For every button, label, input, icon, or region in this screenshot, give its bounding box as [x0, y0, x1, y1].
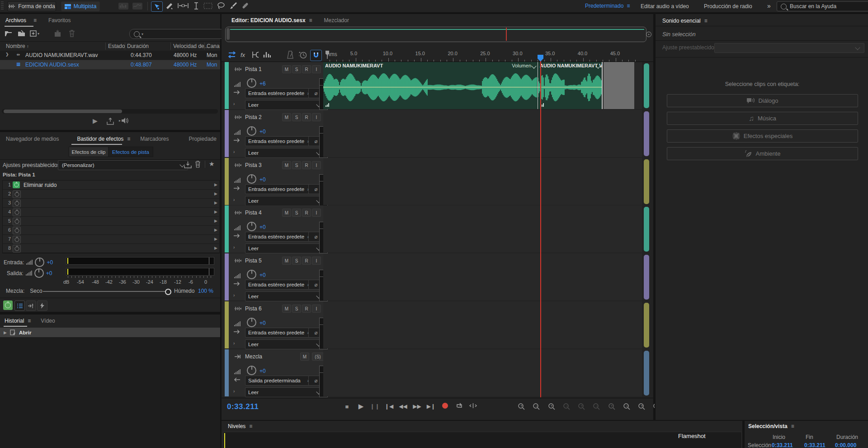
clip-volume-chevron[interactable]	[531, 63, 536, 68]
navigator-left-handle[interactable]	[226, 28, 230, 40]
track-scroll-strip[interactable]	[643, 62, 650, 397]
track-scroll-segment[interactable]	[644, 159, 649, 204]
track-input-dropdown[interactable]: Entrada estéreo predete›	[245, 232, 312, 242]
input-gain-value[interactable]: +0	[47, 259, 53, 266]
track-button-m[interactable]: M	[282, 113, 291, 121]
track-name[interactable]: Pista 3	[245, 162, 262, 168]
skip-selection-button[interactable]	[466, 403, 480, 410]
effect-power-toggle[interactable]	[13, 209, 21, 216]
tab-files[interactable]: Archivos	[5, 17, 26, 24]
selection-start-value[interactable]: 0:33.211	[772, 442, 793, 448]
track-header[interactable]: Pista 5 MSRI +0 Entrada estéreo predete›…	[229, 253, 323, 300]
history-menu-icon[interactable]: ≡	[28, 318, 31, 324]
files-loop-audition-button[interactable]: ▸	[119, 117, 129, 124]
rewind-button[interactable]: ◀◀	[396, 403, 410, 410]
workspace-edit-av[interactable]: Editar audio a vídeo	[641, 3, 689, 10]
split-clip-icon[interactable]	[251, 51, 259, 58]
track-button-r[interactable]: R	[302, 305, 311, 313]
effect-slot[interactable]: 7▶	[3, 235, 219, 244]
tab-effects-rack[interactable]: Bastidor de efectos	[77, 136, 123, 142]
metronome-icon[interactable]	[286, 51, 295, 59]
track-button-s[interactable]: S	[292, 209, 301, 217]
subtab-clip-effects[interactable]: Efectos de clip	[69, 147, 108, 157]
track-volume-value[interactable]: +0	[259, 224, 266, 230]
effect-slot-arrow-icon[interactable]: ▶	[214, 246, 217, 250]
track-header[interactable]: Mezcla M(S) +0 Salida predeterminada› ⌀ …	[229, 349, 323, 396]
track-volume-knob[interactable]	[247, 318, 256, 327]
tag-dialogue-button[interactable]: Diálogo	[667, 94, 858, 107]
tab-video[interactable]: Vídeo	[41, 318, 55, 324]
preset-list-toggle[interactable]	[14, 300, 25, 311]
track-input-dropdown[interactable]: Salida predeterminada›	[245, 376, 312, 386]
track-button-i[interactable]: I	[312, 113, 321, 121]
clip-fx-icon[interactable]: fx	[241, 52, 245, 58]
track-color-strip[interactable]	[225, 158, 229, 205]
track-name[interactable]: Pista 6	[245, 305, 262, 312]
clip-volume-label[interactable]: Volumen	[512, 63, 531, 68]
workspace-default[interactable]: Predeterminado ≡	[585, 3, 630, 9]
selection-end-value[interactable]: 0:33.211	[804, 442, 826, 448]
track-input-dropdown[interactable]: Entrada estéreo predete›	[245, 184, 312, 194]
track-button-i[interactable]: I	[312, 65, 321, 73]
track-automation-expander[interactable]: ›	[233, 293, 235, 298]
help-search-box[interactable]: Buscar en la Ayuda	[777, 1, 868, 11]
track-button-m[interactable]: M	[282, 209, 291, 217]
tag-sfx-button[interactable]: Efectos especiales	[667, 129, 858, 143]
snap-toggle-button[interactable]	[310, 50, 322, 61]
rack-power-toggle[interactable]	[3, 300, 13, 310]
waveform-view-button[interactable]: Forma de onda	[7, 1, 56, 11]
selection-view-menu-icon[interactable]: ≡	[791, 423, 794, 429]
output-gain-value[interactable]: +0	[46, 270, 52, 276]
track-automation-mode-dropdown[interactable]: Leer	[245, 387, 324, 397]
track-color-strip[interactable]	[225, 110, 229, 157]
effect-power-toggle[interactable]	[13, 236, 21, 243]
track-button-i[interactable]: I	[312, 257, 321, 265]
tab-mixer[interactable]: Mezclador	[324, 17, 349, 24]
essential-sound-menu-icon[interactable]: ≡	[704, 18, 708, 24]
track-header[interactable]: Pista 6 MSRI +0 Entrada estéreo predete›…	[229, 301, 323, 348]
track-button-r[interactable]: R	[302, 209, 311, 217]
tab-media-browser[interactable]: Navegador de medios	[6, 136, 59, 142]
track-lane[interactable]	[323, 110, 642, 157]
track-name[interactable]: Pista 1	[245, 66, 262, 72]
track-button-m[interactable]: M	[282, 305, 291, 313]
input-gain-knob[interactable]	[35, 257, 44, 267]
process-effects-button[interactable]	[37, 300, 47, 311]
track-name[interactable]: Pista 4	[245, 210, 262, 216]
play-button[interactable]: ▶	[354, 402, 368, 410]
track-name[interactable]: Mezcla	[245, 353, 262, 360]
favorite-star-icon[interactable]: ★	[209, 160, 215, 167]
track-lane[interactable]	[323, 301, 642, 348]
track-button-s[interactable]: (S)	[312, 353, 324, 361]
tag-ambience-button[interactable]: Ambiente	[667, 147, 858, 160]
track-header[interactable]: Pista 4 MSRI +0 Entrada estéreo predete›…	[229, 205, 323, 253]
track-name[interactable]: Pista 2	[245, 114, 262, 120]
track-scroll-segment[interactable]	[644, 207, 649, 252]
selection-duration-value[interactable]: 0:00.000	[835, 442, 856, 448]
file-row[interactable]: ▦EDICION AUDIO.sesx0:48.80748000 HzMon	[0, 60, 220, 70]
effect-slot[interactable]: 2▶	[3, 190, 219, 199]
tab-essential-sound[interactable]: Sonido esencial	[662, 18, 701, 24]
track-automation-mode-dropdown[interactable]: Leer	[245, 196, 324, 206]
new-content-button[interactable]: ▾	[30, 30, 39, 37]
track-automation-expander[interactable]: ›	[233, 341, 235, 346]
track-button-r[interactable]: R	[302, 257, 311, 265]
track-automation-expander[interactable]: ›	[233, 101, 235, 106]
effect-slot[interactable]: 6▶	[3, 226, 219, 235]
file-expander-icon[interactable]: ❯	[5, 52, 9, 57]
files-panel-menu-icon[interactable]: ≡	[33, 17, 37, 24]
track-volume-value[interactable]: +0	[259, 368, 266, 374]
track-scroll-segment[interactable]	[644, 111, 649, 156]
open-file-icon[interactable]	[5, 30, 13, 37]
files-export-icon[interactable]	[106, 118, 114, 125]
track-volume-knob[interactable]	[247, 126, 256, 136]
effects-rack-menu-icon[interactable]: ≡	[127, 136, 130, 142]
track-input-dropdown[interactable]: Entrada estéreo predete›	[245, 328, 312, 338]
zoom-in-icon[interactable]: +	[518, 403, 528, 410]
track-color-strip[interactable]	[225, 62, 229, 109]
files-search-box[interactable]: ▾	[129, 29, 226, 39]
track-color-strip[interactable]	[225, 349, 229, 396]
effect-power-toggle[interactable]	[13, 200, 21, 207]
effect-slot[interactable]: 1Eliminar ruido▶	[3, 181, 219, 190]
paintbrush-tool-icon[interactable]	[230, 2, 237, 10]
